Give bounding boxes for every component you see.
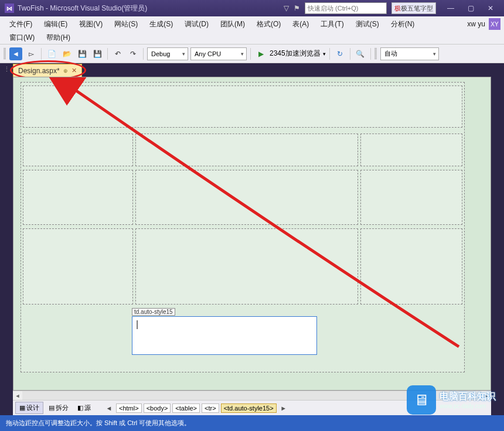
menu-file[interactable]: 文件(F) [4, 19, 38, 29]
menu-team[interactable]: 团队(M) [214, 19, 251, 29]
menu-test[interactable]: 测试(S) [350, 19, 385, 29]
view-source[interactable]: ◧ 源 [74, 402, 94, 413]
minimize-button[interactable]: — [442, 4, 459, 12]
user-name[interactable]: xw yu [467, 20, 485, 28]
window-title: TwoFish - Microsoft Visual Studio(管理员) [18, 4, 147, 13]
nav-forward-button[interactable]: ▻ [25, 47, 38, 60]
nav-back-button[interactable]: ◄ [9, 47, 22, 60]
watermark-title: 电脑百科知识 [440, 391, 496, 401]
crumb-prev[interactable]: ◄ [104, 405, 114, 412]
menu-format[interactable]: 格式(O) [251, 19, 287, 29]
menu-tools[interactable]: 工具(T) [315, 19, 349, 29]
save-button[interactable]: 💾 [76, 47, 88, 60]
config-dropdown[interactable]: Debug [147, 47, 188, 60]
save-all-button[interactable]: 💾 [91, 47, 104, 60]
table-cell-r4c1[interactable] [23, 228, 133, 305]
tab-label: Design.aspx* [18, 67, 60, 75]
toolbar-grip[interactable] [4, 48, 6, 60]
workspace: ⋮ Design.aspx* ⊕ ✕ td.auto-style15 [0, 63, 504, 415]
title-bar: ⋈ TwoFish - Microsoft Visual Studio(管理员)… [0, 0, 504, 16]
menu-view[interactable]: 视图(V) [73, 19, 108, 29]
user-badge[interactable]: XY [489, 18, 500, 30]
close-button[interactable]: ✕ [482, 4, 499, 12]
menu-help[interactable]: 帮助(H) [40, 33, 76, 43]
status-text: 拖动边距控点可调整边距大小。按 Shift 或 Ctrl 可使用其他选项。 [6, 419, 190, 427]
platform-dropdown[interactable]: Any CPU [190, 47, 247, 60]
watermark: 🖥 电脑百科知识 www.pc-daily.com [407, 385, 496, 415]
crumb-td[interactable]: <td.auto-style15> [221, 403, 277, 413]
table-cell-r3c2[interactable] [135, 170, 358, 225]
selected-cell[interactable] [132, 316, 317, 355]
view-split[interactable]: ▤ 拆分 [45, 402, 72, 413]
editor-pane: td.auto-style15 ◄ ► ▦ 设计 ▤ 拆分 ◧ 源 ◄ <htm… [13, 77, 491, 415]
watermark-url: www.pc-daily.com [440, 403, 496, 409]
table-cell-r4c2[interactable] [135, 228, 358, 305]
design-canvas[interactable]: td.auto-style15 [13, 77, 491, 391]
table-cell-r3c1[interactable] [23, 170, 133, 225]
watermark-icon: 🖥 [407, 385, 436, 415]
notification-icon[interactable]: ▽ [284, 4, 289, 12]
browser-link-button[interactable]: ↻ [333, 47, 346, 60]
document-tabs: Design.aspx* ⊕ ✕ [13, 63, 491, 77]
scroll-left-arrow[interactable]: ◄ [13, 391, 22, 401]
menu-debug[interactable]: 调试(D) [179, 19, 214, 29]
table-cell-r4c3[interactable] [360, 228, 462, 305]
menu-bar-row2: 窗口(W) 帮助(H) [0, 32, 504, 45]
target-dropdown[interactable]: 自动 [380, 47, 439, 60]
menu-window[interactable]: 窗口(W) [4, 33, 40, 43]
table-cell-r3c3[interactable] [360, 170, 462, 225]
menu-table[interactable]: 表(A) [287, 19, 315, 29]
titlebar-tools: ▽ ⚑ 极极五笔字型 [284, 2, 436, 14]
feedback-icon[interactable]: ⚑ [294, 4, 300, 12]
vs-logo-icon: ⋈ [5, 4, 14, 13]
menu-build[interactable]: 生成(S) [144, 19, 179, 29]
menu-analyze[interactable]: 分析(N) [385, 19, 421, 29]
redo-button[interactable]: ↷ [127, 47, 139, 60]
crumb-html[interactable]: <html> [116, 403, 142, 413]
left-rail[interactable]: ⋮ [0, 63, 13, 415]
close-tab-icon[interactable]: ✕ [71, 67, 77, 74]
table-cell-r2c3[interactable] [360, 134, 462, 166]
new-file-button[interactable]: 📄 [45, 47, 58, 60]
pin-icon[interactable]: ⊕ [63, 68, 68, 74]
crumb-next[interactable]: ► [278, 405, 289, 412]
table-cell-r2c2[interactable] [135, 134, 358, 166]
maximize-button[interactable]: ▢ [462, 4, 479, 12]
undo-button[interactable]: ↶ [111, 47, 124, 60]
table-cell-r2c1[interactable] [23, 134, 133, 166]
open-file-button[interactable]: 📂 [60, 47, 73, 60]
toolbar-grip-2[interactable] [374, 48, 377, 60]
find-button[interactable]: 🔍 [354, 47, 367, 60]
cell-tag-label: td.auto-style15 [132, 308, 175, 316]
run-button[interactable]: ▶ [254, 47, 267, 60]
ime-indicator[interactable]: 极极五笔字型 [391, 2, 436, 14]
crumb-table[interactable]: <table> [172, 403, 200, 413]
crumb-tr[interactable]: <tr> [202, 403, 219, 413]
table-row-1[interactable] [23, 85, 462, 128]
main-toolbar: ◄ ▻ 📄 📂 💾 💾 ↶ ↷ Debug Any CPU ▶ 2345加速浏览… [0, 45, 504, 63]
menu-website[interactable]: 网站(S) [108, 19, 144, 29]
crumb-body[interactable]: <body> [144, 403, 171, 413]
run-target-label[interactable]: 2345加速浏览器 [270, 49, 321, 59]
menu-edit[interactable]: 编辑(E) [38, 19, 73, 29]
quick-launch-input[interactable] [305, 2, 387, 14]
tab-design-aspx[interactable]: Design.aspx* ⊕ ✕ [13, 64, 82, 77]
menu-bar: 文件(F) 编辑(E) 视图(V) 网站(S) 生成(S) 调试(D) 团队(M… [0, 16, 504, 32]
status-bar: 拖动边距控点可调整边距大小。按 Shift 或 Ctrl 可使用其他选项。 [0, 415, 504, 431]
view-design[interactable]: ▦ 设计 [15, 402, 43, 414]
